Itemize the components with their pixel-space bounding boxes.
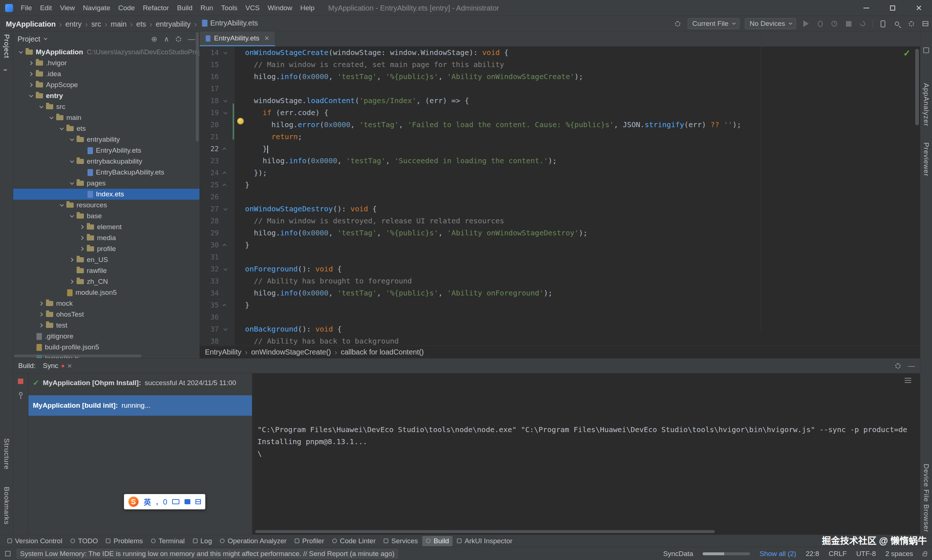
- line-number[interactable]: 16: [200, 71, 219, 83]
- device-select[interactable]: No Devices: [745, 18, 796, 29]
- project-tree-row[interactable]: resources: [13, 200, 199, 211]
- breadcrumb-item[interactable]: MyApplication: [6, 20, 56, 28]
- code-line[interactable]: 31: [200, 251, 920, 263]
- menu-edit[interactable]: Edit: [36, 0, 56, 16]
- stop-build-icon[interactable]: [18, 378, 23, 384]
- menu-file[interactable]: File: [17, 0, 36, 16]
- code-line[interactable]: 35 }: [200, 299, 920, 311]
- project-tree-row[interactable]: pages: [13, 178, 199, 189]
- line-number[interactable]: 32: [200, 263, 219, 275]
- stripe-project-button[interactable]: Project: [3, 34, 11, 58]
- menu-view[interactable]: View: [56, 0, 79, 16]
- minimize-button[interactable]: [853, 0, 880, 16]
- project-tree-row[interactable]: .gitignore: [13, 331, 199, 342]
- build-settings-icon[interactable]: [895, 363, 901, 369]
- intention-bulb-icon[interactable]: [237, 118, 244, 125]
- project-tree-row[interactable]: element: [13, 222, 199, 232]
- inspection-ok-icon[interactable]: ✓: [903, 48, 910, 58]
- code-line[interactable]: 19 if (err.code) {: [200, 107, 920, 119]
- ime-language-toggle[interactable]: 英: [144, 497, 151, 507]
- close-icon[interactable]: ×: [264, 34, 269, 42]
- close-button[interactable]: ×: [906, 0, 932, 16]
- code-line[interactable]: 24 });: [200, 167, 920, 179]
- console-scrollbar[interactable]: [255, 530, 715, 533]
- stop-button[interactable]: [844, 19, 853, 28]
- fold-icon[interactable]: [219, 95, 231, 107]
- project-tree-row[interactable]: test: [13, 320, 199, 331]
- keyboard-icon[interactable]: [172, 499, 179, 504]
- chevron-icon[interactable]: [77, 248, 86, 250]
- project-tree-row[interactable]: EntryBackupAbility.ets: [13, 167, 199, 178]
- fold-icon[interactable]: [219, 107, 231, 119]
- hide-panel-icon[interactable]: —: [188, 35, 195, 43]
- project-tree-row[interactable]: .idea: [13, 69, 199, 79]
- code-line[interactable]: 27 onWindowStageDestroy(): void {: [200, 203, 920, 215]
- menu-vcs[interactable]: VCS: [241, 0, 264, 16]
- code-line[interactable]: 32 onForeground(): void {: [200, 263, 920, 275]
- chevron-icon[interactable]: [67, 258, 76, 261]
- line-number[interactable]: 15: [200, 58, 219, 71]
- chevron-icon[interactable]: [26, 62, 35, 65]
- project-tree-row[interactable]: ohosTest: [13, 309, 199, 320]
- code-line[interactable]: 23 hilog.info(0x0000, 'testTag', 'Succee…: [200, 155, 920, 167]
- line-number[interactable]: 14: [200, 47, 219, 58]
- line-number[interactable]: 37: [200, 323, 219, 335]
- soft-wrap-icon[interactable]: [905, 378, 911, 383]
- line-number[interactable]: 31: [200, 251, 219, 263]
- chevron-icon[interactable]: [67, 138, 76, 141]
- menu-refactor[interactable]: Refactor: [139, 0, 173, 16]
- chevron-icon[interactable]: [77, 237, 86, 239]
- project-tree-row[interactable]: entryability: [13, 134, 199, 145]
- line-number[interactable]: 18: [200, 95, 219, 107]
- chevron-icon[interactable]: [37, 302, 45, 305]
- code-line[interactable]: 33 // Ability has brought to foreground: [200, 275, 920, 287]
- code-line[interactable]: 30 }: [200, 239, 920, 251]
- sogou-logo-icon[interactable]: S: [128, 497, 139, 507]
- line-number[interactable]: 27: [200, 203, 219, 215]
- chevron-icon[interactable]: [26, 94, 35, 97]
- project-tree-row[interactable]: profile: [13, 243, 199, 254]
- fold-icon[interactable]: [219, 323, 231, 335]
- search-everywhere-button[interactable]: [893, 19, 901, 28]
- tool-window-icon[interactable]: [923, 48, 929, 53]
- build-task-row[interactable]: ✓MyApplication [Ohpm Install]: successfu…: [28, 376, 252, 389]
- chevron-icon[interactable]: [57, 204, 66, 206]
- line-number[interactable]: 26: [200, 191, 219, 203]
- code-line[interactable]: 37 onBackground(): void {: [200, 323, 920, 335]
- editor-breadcrumb-item[interactable]: EntryAbility: [205, 348, 241, 356]
- fold-icon[interactable]: [219, 299, 231, 311]
- breadcrumb-item[interactable]: main: [111, 20, 127, 28]
- chevron-icon[interactable]: [37, 313, 45, 316]
- maximize-button[interactable]: [880, 0, 906, 16]
- fold-icon[interactable]: [219, 179, 231, 191]
- build-console[interactable]: "C:\Program Files\Huawei\DevEco Studio\t…: [252, 374, 920, 534]
- code-line[interactable]: 26: [200, 191, 920, 203]
- ime-toolbox-icon[interactable]: [196, 499, 201, 504]
- line-number[interactable]: 21: [200, 131, 219, 143]
- line-number[interactable]: 24: [200, 167, 219, 179]
- line-number[interactable]: 35: [200, 299, 219, 311]
- target-env-icon[interactable]: [673, 19, 682, 28]
- project-tree-row[interactable]: media: [13, 232, 199, 243]
- code-line[interactable]: 36: [200, 311, 920, 323]
- project-tree-row[interactable]: build-profile.json5: [13, 342, 199, 353]
- project-tree-row[interactable]: MyApplicationC:\Users\lazysnail\DevEcoSt…: [13, 47, 199, 58]
- project-vertical-scrollbar[interactable]: [196, 32, 199, 142]
- line-number[interactable]: 22: [200, 143, 219, 155]
- tab-entryability[interactable]: EntryAbility.ets ×: [200, 31, 275, 46]
- ime-punctuation-icon[interactable]: ,: [156, 498, 158, 506]
- toolwindow-button-problems[interactable]: Problems: [102, 536, 146, 546]
- show-all-link[interactable]: Show all (2): [759, 550, 796, 558]
- line-separator[interactable]: CRLF: [829, 550, 847, 558]
- project-tree-row[interactable]: mock: [13, 298, 199, 309]
- stripe-structure-button[interactable]: Structure: [3, 438, 11, 470]
- toolwindow-button-code-linter[interactable]: Code Linter: [329, 536, 379, 546]
- breadcrumb-item[interactable]: entry: [65, 20, 81, 28]
- line-number[interactable]: 33: [200, 275, 219, 287]
- chevron-icon[interactable]: [77, 226, 86, 228]
- code-line[interactable]: 16 hilog.info(0x0000, 'testTag', '%{publ…: [200, 71, 920, 83]
- toolwindow-button-todo[interactable]: TODO: [67, 536, 102, 546]
- options-gear-icon[interactable]: [176, 37, 181, 42]
- line-number[interactable]: 23: [200, 155, 219, 167]
- toolwindow-switcher-icon[interactable]: [5, 551, 11, 556]
